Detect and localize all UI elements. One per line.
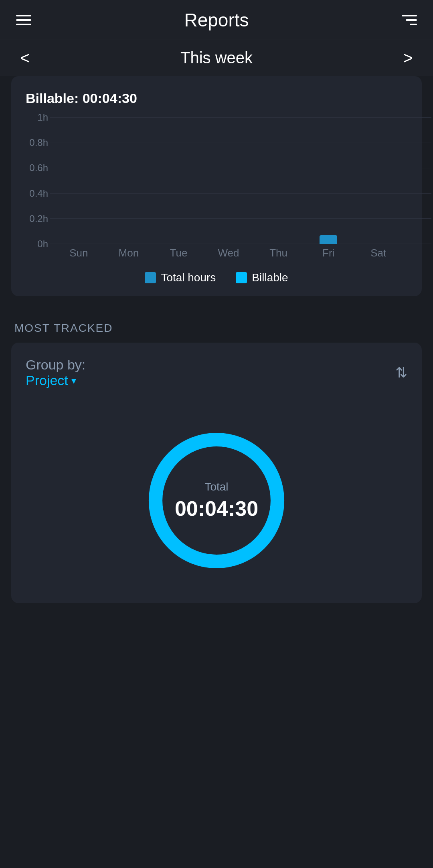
page-title: Reports (184, 9, 249, 31)
group-by-label-area: Group by: Project ▾ (26, 357, 85, 388)
hamburger-menu-button[interactable] (16, 15, 31, 25)
y-label-1h: 1h (24, 112, 48, 123)
legend-dot-total (145, 272, 156, 283)
donut-chart: Total 00:04:30 (140, 424, 293, 577)
bar-group-tue (154, 117, 204, 244)
x-label-mon: Mon (104, 247, 154, 259)
legend-total-hours: Total hours (145, 271, 216, 284)
bar-group-thu (253, 117, 304, 244)
y-label-08h: 0.8h (24, 137, 48, 148)
most-tracked-section-label: MOST TRACKED (0, 307, 433, 343)
group-by-value-button[interactable]: Project ▾ (26, 373, 85, 388)
chevron-down-icon: ▾ (71, 375, 76, 386)
x-axis: SunMonTueWedThuFriSat (50, 244, 407, 262)
top-nav: Reports (0, 0, 433, 40)
bar-group-wed (204, 117, 254, 244)
next-week-button[interactable]: > (399, 50, 417, 67)
filter-button[interactable] (402, 15, 417, 25)
legend-dot-billable (236, 272, 247, 283)
bar-chart: 1h 0.8h 0.6h 0.4h 0.2h 0h (26, 117, 407, 262)
legend-billable-label: Billable (252, 271, 288, 284)
donut-center: Total 00:04:30 (175, 480, 258, 521)
sort-button[interactable]: ⇅ (395, 364, 407, 381)
group-by-row: Group by: Project ▾ ⇅ (26, 357, 407, 388)
donut-total-value: 00:04:30 (175, 497, 258, 520)
group-by-label: Group by: (26, 357, 85, 372)
y-label-0h: 0h (24, 238, 48, 250)
bar-group-sat (353, 117, 403, 244)
x-label-wed: Wed (204, 247, 254, 259)
chart-legend: Total hours Billable (26, 271, 407, 284)
bar-group-fri (304, 117, 354, 244)
chart-card: Billable: 00:04:30 1h 0.8h 0.6h 0.4h 0. (11, 76, 422, 296)
y-label-02h: 0.2h (24, 213, 48, 224)
x-label-tue: Tue (154, 247, 204, 259)
legend-billable: Billable (236, 271, 288, 284)
bar-group-mon (104, 117, 154, 244)
donut-chart-container: Total 00:04:30 (26, 408, 407, 589)
bar-group-sun (54, 117, 104, 244)
week-nav: < This week > (0, 40, 433, 76)
y-label-06h: 0.6h (24, 162, 48, 174)
donut-total-label: Total (175, 480, 258, 493)
bar-total-fri (320, 235, 337, 244)
prev-week-button[interactable]: < (16, 50, 34, 67)
legend-total-label: Total hours (161, 271, 216, 284)
bars-area (50, 117, 407, 244)
tracked-card: Group by: Project ▾ ⇅ Total 00:04:30 (11, 343, 422, 603)
x-label-thu: Thu (253, 247, 304, 259)
billable-label: Billable: 00:04:30 (26, 91, 407, 106)
x-label-sat: Sat (353, 247, 403, 259)
x-label-sun: Sun (54, 247, 104, 259)
y-label-04h: 0.4h (24, 188, 48, 199)
x-label-fri: Fri (304, 247, 354, 259)
week-nav-title: This week (180, 49, 253, 67)
